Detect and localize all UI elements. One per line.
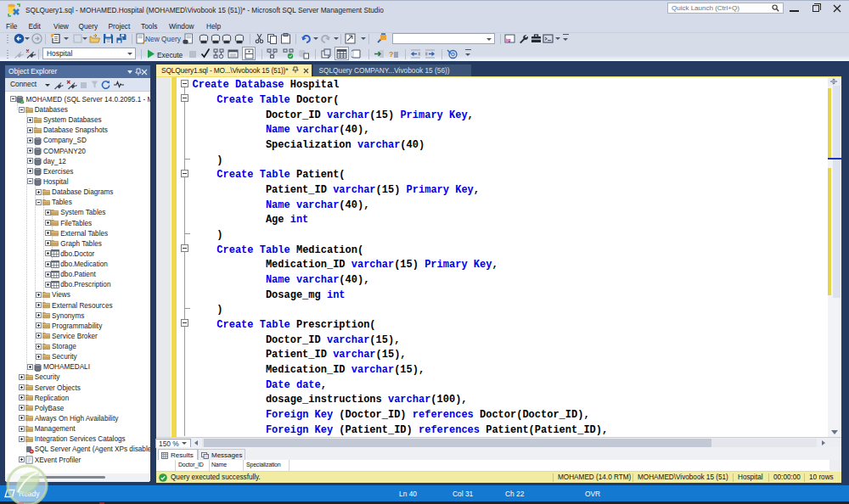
svg-text:?: ?	[389, 50, 394, 59]
svg-text:ig: ig	[506, 36, 511, 42]
